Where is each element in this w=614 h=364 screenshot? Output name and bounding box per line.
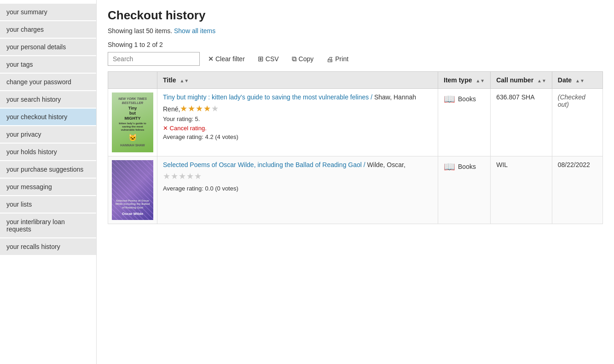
stars-0[interactable]: ★★★★★ bbox=[180, 104, 219, 114]
sidebar-item-charges[interactable]: your charges bbox=[0, 21, 96, 38]
x-icon: ✕ bbox=[208, 55, 214, 63]
star-1-2[interactable]: ★ bbox=[171, 171, 178, 181]
call-number-cell-1: WIL bbox=[491, 156, 552, 224]
sidebar-item-lists[interactable]: your lists bbox=[0, 196, 96, 213]
sort-arrows-call-number: ▲▼ bbox=[537, 78, 546, 83]
book-cover-cell-0: NEW YORK TIMES BESTSELLER TinybutMIGHTY … bbox=[108, 89, 157, 156]
star-0-3[interactable]: ★ bbox=[196, 104, 203, 114]
avg-rating-0: Average rating: 4.2 (4 votes) bbox=[163, 133, 432, 140]
page-title: Checkout history bbox=[108, 8, 603, 23]
show-all-link[interactable]: Show all items bbox=[174, 27, 215, 35]
date-cell-1: 08/22/2022 bbox=[552, 156, 602, 224]
star-0-2[interactable]: ★ bbox=[188, 104, 195, 114]
showing-last-text: Showing last 50 items. Show all items bbox=[108, 27, 603, 35]
stars-1[interactable]: ★★★★★ bbox=[163, 171, 202, 181]
sidebar-item-recalls-history[interactable]: your recalls history bbox=[0, 238, 96, 255]
sidebar-item-interlibrary-loan[interactable]: your interlibrary loan requests bbox=[0, 214, 96, 237]
table-header-row: Title ▲▼ Item type ▲▼ Call number ▲▼ Dat… bbox=[108, 72, 603, 89]
table-row: NEW YORK TIMES BESTSELLER TinybutMIGHTY … bbox=[108, 89, 603, 156]
th-title[interactable]: Title ▲▼ bbox=[157, 72, 438, 89]
copy-icon: ⧉ bbox=[292, 55, 297, 63]
clear-filter-button[interactable]: ✕ Clear filter bbox=[203, 53, 249, 65]
print-button[interactable]: 🖨 Print bbox=[322, 53, 353, 65]
th-cover bbox=[108, 72, 157, 89]
call-number-cell-0: 636.807 SHA bbox=[491, 89, 552, 156]
sidebar-item-summary[interactable]: your summary bbox=[0, 4, 96, 20]
sidebar-item-checkout-history[interactable]: your checkout history bbox=[0, 109, 96, 125]
item-type-cell-1: 📖Books bbox=[438, 156, 491, 224]
sidebar-item-messaging[interactable]: your messaging bbox=[0, 179, 96, 195]
table-body: NEW YORK TIMES BESTSELLER TinybutMIGHTY … bbox=[108, 89, 603, 224]
search-input[interactable] bbox=[108, 52, 200, 66]
csv-button[interactable]: ⊞ CSV bbox=[253, 52, 284, 65]
book-author-1: Wilde, Oscar, bbox=[365, 161, 405, 168]
sidebar-item-purchase-suggestions[interactable]: your purchase suggestions bbox=[0, 161, 96, 178]
print-icon: 🖨 bbox=[326, 55, 333, 63]
th-date[interactable]: Date ▲▼ bbox=[552, 72, 602, 89]
book-icon-1: 📖 bbox=[444, 161, 455, 172]
your-rating-text-0: Your rating: 5. bbox=[163, 116, 432, 122]
book-title-cell-1: Selected Poems of Oscar Wilde, including… bbox=[157, 156, 438, 224]
book-cover-cell-1: Selected Poems of Oscar Wilde including … bbox=[108, 156, 157, 224]
table-row: Selected Poems of Oscar Wilde including … bbox=[108, 156, 603, 224]
star-1-5[interactable]: ★ bbox=[194, 171, 202, 181]
sort-arrows-item-type: ▲▼ bbox=[475, 78, 485, 83]
star-0-5[interactable]: ★ bbox=[211, 104, 219, 114]
book-title-link-0[interactable]: Tiny but mighty : kitten lady's guide to… bbox=[163, 93, 372, 101]
sort-arrows-title: ▲▼ bbox=[180, 78, 189, 83]
date-cell-0: (Checked out) bbox=[552, 89, 602, 156]
checked-out-status-0: (Checked out) bbox=[558, 93, 585, 108]
item-type-cell-0: 📖Books bbox=[438, 89, 491, 156]
sidebar-item-change-password[interactable]: change your password bbox=[0, 74, 96, 90]
sort-arrows-date: ▲▼ bbox=[575, 78, 585, 83]
cancel-rating-link-0[interactable]: ✕ Cancel rating. bbox=[163, 125, 207, 132]
sidebar: your summaryyour chargesyour personal de… bbox=[0, 0, 97, 364]
star-1-4[interactable]: ★ bbox=[186, 171, 194, 181]
item-type-label-1: Books bbox=[458, 163, 476, 170]
book-icon-0: 📖 bbox=[444, 93, 455, 104]
star-0-1[interactable]: ★ bbox=[180, 104, 187, 114]
results-count: Showing 1 to 2 of 2 bbox=[108, 41, 603, 48]
sidebar-item-personal-details[interactable]: your personal details bbox=[0, 39, 96, 55]
avg-rating-1: Average rating: 0.0 (0 votes) bbox=[163, 185, 432, 192]
results-table: Title ▲▼ Item type ▲▼ Call number ▲▼ Dat… bbox=[108, 71, 603, 224]
sidebar-item-search-history[interactable]: your search history bbox=[0, 91, 96, 108]
star-0-4[interactable]: ★ bbox=[203, 104, 211, 114]
book-cover-oscar-wilde: Selected Poems of Oscar Wilde including … bbox=[112, 160, 153, 220]
book-cover-tiny-mighty: NEW YORK TIMES BESTSELLER TinybutMIGHTY … bbox=[112, 92, 153, 152]
toolbar: ✕ Clear filter ⊞ CSV ⧉ Copy 🖨 Print bbox=[108, 52, 603, 66]
csv-icon: ⊞ bbox=[258, 55, 264, 63]
item-type-label-0: Books bbox=[458, 95, 476, 103]
star-1-1[interactable]: ★ bbox=[163, 171, 170, 181]
th-item-type[interactable]: Item type ▲▼ bbox=[438, 72, 491, 89]
book-title-link-1[interactable]: Selected Poems of Oscar Wilde, including… bbox=[163, 161, 365, 168]
sidebar-item-privacy[interactable]: your privacy bbox=[0, 126, 96, 143]
sidebar-item-holds-history[interactable]: your holds history bbox=[0, 144, 96, 160]
copy-button[interactable]: ⧉ Copy bbox=[287, 52, 319, 65]
th-call-number[interactable]: Call number ▲▼ bbox=[491, 72, 552, 89]
sidebar-item-tags[interactable]: your tags bbox=[0, 56, 96, 73]
main-content: Checkout history Showing last 50 items. … bbox=[97, 0, 614, 364]
star-1-3[interactable]: ★ bbox=[179, 171, 186, 181]
book-title-cell-0: Tiny but mighty : kitten lady's guide to… bbox=[157, 89, 438, 156]
